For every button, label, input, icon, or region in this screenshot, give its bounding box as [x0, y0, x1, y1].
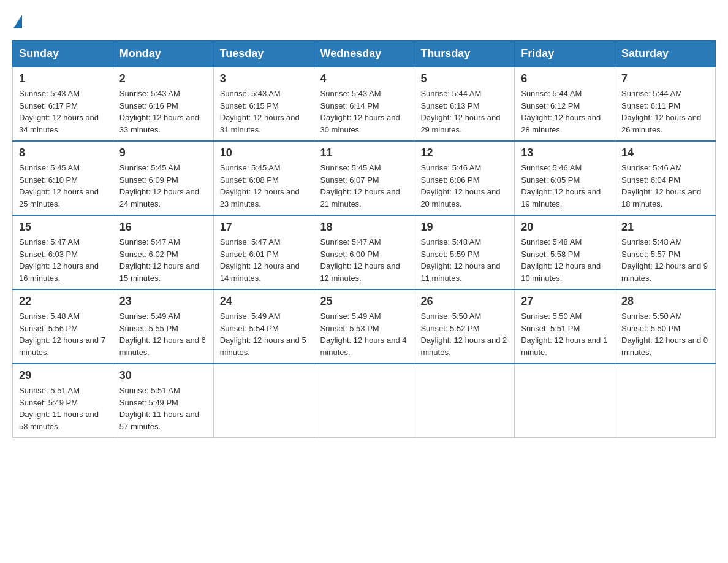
day-info: Sunrise: 5:45 AMSunset: 6:10 PMDaylight:… — [19, 162, 107, 210]
day-info: Sunrise: 5:45 AMSunset: 6:07 PMDaylight:… — [320, 162, 408, 210]
calendar-cell — [213, 364, 314, 438]
weekday-header-sunday: Sunday — [13, 41, 113, 67]
logo — [12, 12, 22, 28]
day-info: Sunrise: 5:44 AMSunset: 6:13 PMDaylight:… — [420, 88, 508, 136]
day-info: Sunrise: 5:48 AMSunset: 5:58 PMDaylight:… — [521, 236, 609, 284]
calendar-cell: 10Sunrise: 5:45 AMSunset: 6:08 PMDayligh… — [213, 141, 314, 215]
calendar-cell: 14Sunrise: 5:46 AMSunset: 6:04 PMDayligh… — [615, 141, 716, 215]
day-info: Sunrise: 5:49 AMSunset: 5:53 PMDaylight:… — [320, 310, 408, 358]
day-info: Sunrise: 5:43 AMSunset: 6:17 PMDaylight:… — [19, 88, 107, 136]
day-number: 22 — [19, 295, 107, 308]
day-number: 16 — [119, 221, 207, 234]
day-number: 24 — [220, 295, 308, 308]
day-info: Sunrise: 5:44 AMSunset: 6:12 PMDaylight:… — [521, 88, 609, 136]
day-number: 11 — [320, 147, 408, 159]
day-number: 15 — [19, 221, 107, 234]
calendar-cell: 25Sunrise: 5:49 AMSunset: 5:53 PMDayligh… — [314, 289, 414, 364]
day-info: Sunrise: 5:46 AMSunset: 6:06 PMDaylight:… — [420, 162, 508, 210]
day-info: Sunrise: 5:50 AMSunset: 5:51 PMDaylight:… — [521, 310, 609, 358]
day-info: Sunrise: 5:49 AMSunset: 5:55 PMDaylight:… — [119, 310, 207, 358]
calendar-cell: 16Sunrise: 5:47 AMSunset: 6:02 PMDayligh… — [113, 215, 213, 289]
day-number: 3 — [220, 72, 308, 85]
day-info: Sunrise: 5:50 AMSunset: 5:52 PMDaylight:… — [420, 310, 508, 358]
weekday-header-thursday: Thursday — [414, 41, 515, 67]
day-number: 5 — [420, 72, 508, 85]
day-info: Sunrise: 5:43 AMSunset: 6:15 PMDaylight:… — [220, 88, 308, 136]
calendar-cell — [314, 364, 414, 438]
day-info: Sunrise: 5:48 AMSunset: 5:56 PMDaylight:… — [19, 310, 107, 358]
day-info: Sunrise: 5:47 AMSunset: 6:00 PMDaylight:… — [320, 236, 408, 284]
day-info: Sunrise: 5:49 AMSunset: 5:54 PMDaylight:… — [220, 310, 308, 358]
day-number: 1 — [19, 72, 107, 85]
calendar-cell: 29Sunrise: 5:51 AMSunset: 5:49 PMDayligh… — [13, 364, 113, 438]
day-info: Sunrise: 5:45 AMSunset: 6:08 PMDaylight:… — [220, 162, 308, 210]
day-number: 7 — [621, 72, 709, 85]
calendar-cell: 4Sunrise: 5:43 AMSunset: 6:14 PMDaylight… — [314, 67, 414, 141]
day-info: Sunrise: 5:46 AMSunset: 6:04 PMDaylight:… — [621, 162, 709, 210]
day-info: Sunrise: 5:47 AMSunset: 6:03 PMDaylight:… — [19, 236, 107, 284]
calendar-cell: 30Sunrise: 5:51 AMSunset: 5:49 PMDayligh… — [113, 364, 213, 438]
logo-triangle-icon — [13, 15, 22, 28]
calendar-cell: 3Sunrise: 5:43 AMSunset: 6:15 PMDaylight… — [213, 67, 314, 141]
calendar-cell: 5Sunrise: 5:44 AMSunset: 6:13 PMDaylight… — [414, 67, 515, 141]
calendar-table: SundayMondayTuesdayWednesdayThursdayFrid… — [12, 40, 716, 438]
day-info: Sunrise: 5:43 AMSunset: 6:14 PMDaylight:… — [320, 88, 408, 136]
day-number: 23 — [119, 295, 207, 308]
calendar-cell: 2Sunrise: 5:43 AMSunset: 6:16 PMDaylight… — [113, 67, 213, 141]
day-number: 21 — [621, 221, 709, 234]
calendar-cell: 9Sunrise: 5:45 AMSunset: 6:09 PMDaylight… — [113, 141, 213, 215]
day-number: 18 — [320, 221, 408, 234]
weekday-header-wednesday: Wednesday — [314, 41, 414, 67]
day-number: 28 — [621, 295, 709, 308]
calendar-week-row: 8Sunrise: 5:45 AMSunset: 6:10 PMDaylight… — [13, 141, 716, 215]
day-number: 4 — [320, 72, 408, 85]
calendar-cell: 11Sunrise: 5:45 AMSunset: 6:07 PMDayligh… — [314, 141, 414, 215]
day-number: 13 — [521, 147, 609, 159]
day-info: Sunrise: 5:45 AMSunset: 6:09 PMDaylight:… — [119, 162, 207, 210]
calendar-cell: 17Sunrise: 5:47 AMSunset: 6:01 PMDayligh… — [213, 215, 314, 289]
calendar-cell: 19Sunrise: 5:48 AMSunset: 5:59 PMDayligh… — [414, 215, 515, 289]
calendar-cell: 23Sunrise: 5:49 AMSunset: 5:55 PMDayligh… — [113, 289, 213, 364]
calendar-cell: 28Sunrise: 5:50 AMSunset: 5:50 PMDayligh… — [615, 289, 716, 364]
day-number: 10 — [220, 147, 308, 159]
calendar-cell: 27Sunrise: 5:50 AMSunset: 5:51 PMDayligh… — [515, 289, 615, 364]
day-info: Sunrise: 5:50 AMSunset: 5:50 PMDaylight:… — [621, 310, 709, 358]
day-number: 25 — [320, 295, 408, 308]
calendar-week-row: 15Sunrise: 5:47 AMSunset: 6:03 PMDayligh… — [13, 215, 716, 289]
day-number: 2 — [119, 72, 207, 85]
calendar-cell: 18Sunrise: 5:47 AMSunset: 6:00 PMDayligh… — [314, 215, 414, 289]
day-number: 29 — [19, 369, 107, 382]
calendar-cell — [414, 364, 515, 438]
calendar-cell: 22Sunrise: 5:48 AMSunset: 5:56 PMDayligh… — [13, 289, 113, 364]
day-info: Sunrise: 5:46 AMSunset: 6:05 PMDaylight:… — [521, 162, 609, 210]
weekday-header-friday: Friday — [515, 41, 615, 67]
day-number: 8 — [19, 147, 107, 159]
calendar-cell: 13Sunrise: 5:46 AMSunset: 6:05 PMDayligh… — [515, 141, 615, 215]
day-number: 9 — [119, 147, 207, 159]
calendar-cell: 24Sunrise: 5:49 AMSunset: 5:54 PMDayligh… — [213, 289, 314, 364]
day-info: Sunrise: 5:47 AMSunset: 6:01 PMDaylight:… — [220, 236, 308, 284]
calendar-week-row: 1Sunrise: 5:43 AMSunset: 6:17 PMDaylight… — [13, 67, 716, 141]
day-info: Sunrise: 5:43 AMSunset: 6:16 PMDaylight:… — [119, 88, 207, 136]
day-info: Sunrise: 5:51 AMSunset: 5:49 PMDaylight:… — [19, 385, 107, 432]
weekday-header-saturday: Saturday — [615, 41, 716, 67]
calendar-cell: 6Sunrise: 5:44 AMSunset: 6:12 PMDaylight… — [515, 67, 615, 141]
day-number: 6 — [521, 72, 609, 85]
day-number: 17 — [220, 221, 308, 234]
day-number: 14 — [621, 147, 709, 159]
day-info: Sunrise: 5:47 AMSunset: 6:02 PMDaylight:… — [119, 236, 207, 284]
day-number: 27 — [521, 295, 609, 308]
day-info: Sunrise: 5:44 AMSunset: 6:11 PMDaylight:… — [621, 88, 709, 136]
day-info: Sunrise: 5:48 AMSunset: 5:59 PMDaylight:… — [420, 236, 508, 284]
day-number: 26 — [420, 295, 508, 308]
day-number: 20 — [521, 221, 609, 234]
calendar-cell: 8Sunrise: 5:45 AMSunset: 6:10 PMDaylight… — [13, 141, 113, 215]
day-number: 30 — [119, 369, 207, 382]
calendar-cell: 1Sunrise: 5:43 AMSunset: 6:17 PMDaylight… — [13, 67, 113, 141]
calendar-cell: 26Sunrise: 5:50 AMSunset: 5:52 PMDayligh… — [414, 289, 515, 364]
calendar-week-row: 29Sunrise: 5:51 AMSunset: 5:49 PMDayligh… — [13, 364, 716, 438]
calendar-cell: 21Sunrise: 5:48 AMSunset: 5:57 PMDayligh… — [615, 215, 716, 289]
calendar-cell: 15Sunrise: 5:47 AMSunset: 6:03 PMDayligh… — [13, 215, 113, 289]
page-header — [12, 12, 716, 28]
day-info: Sunrise: 5:51 AMSunset: 5:49 PMDaylight:… — [119, 385, 207, 432]
